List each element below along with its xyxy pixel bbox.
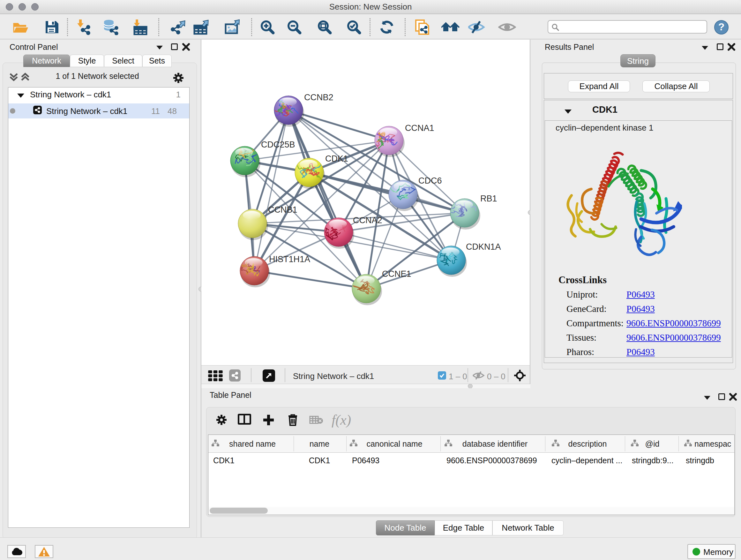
svg-text:CCNE1: CCNE1 [382, 269, 411, 279]
svg-text:CCNB2: CCNB2 [304, 92, 333, 102]
svg-text:CDKN1A: CDKN1A [466, 242, 501, 252]
svg-text:CDC25B: CDC25B [261, 140, 295, 149]
svg-text:HIST1H1A: HIST1H1A [269, 254, 310, 264]
svg-text:CCNA1: CCNA1 [405, 123, 434, 133]
svg-text:CDK1: CDK1 [325, 154, 348, 164]
svg-text:CDC6: CDC6 [418, 176, 442, 186]
svg-text:CCNB1: CCNB1 [268, 205, 297, 214]
svg-text:RB1: RB1 [480, 194, 497, 203]
svg-text:CCNA2: CCNA2 [353, 215, 382, 225]
